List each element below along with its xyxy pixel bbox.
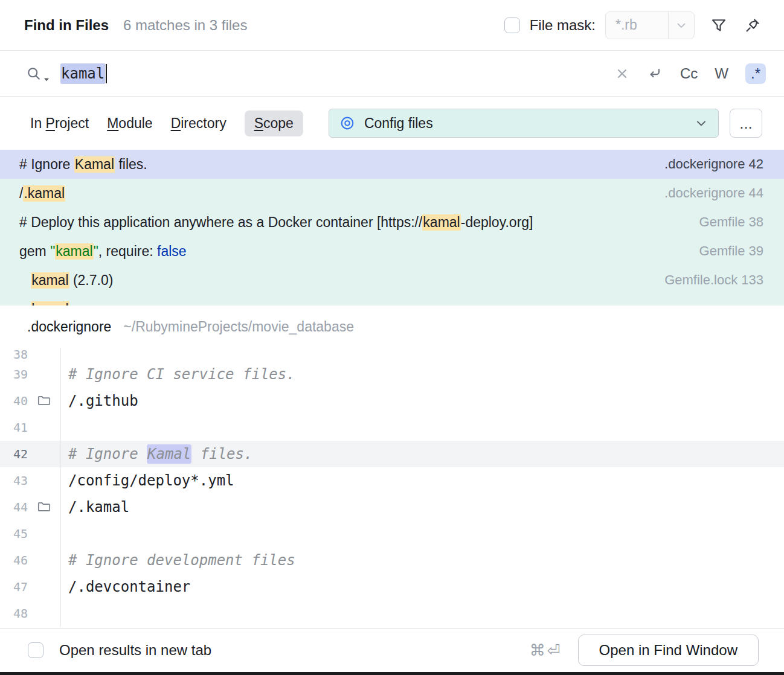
editor-line[interactable]: 39# Ignore CI service files. (0, 361, 784, 388)
scope-tab-module[interactable]: Module (107, 115, 152, 132)
line-number: 43 (0, 467, 28, 494)
search-results-list: # Ignore Kamal files..dockerignore 42/.k… (0, 150, 784, 306)
result-row[interactable]: kamal (2.7.0)Gemfile.lock 133 (0, 266, 784, 295)
code-text (60, 414, 784, 441)
scope-tab-in-project[interactable]: In Project (30, 115, 89, 132)
results-summary: 6 matches in 3 files (123, 17, 247, 34)
line-number: 40 (0, 388, 28, 414)
editor-line[interactable]: 47/.devcontainer (0, 574, 784, 600)
code-text (60, 600, 784, 627)
pin-icon[interactable] (743, 16, 762, 35)
gutter-spacer (28, 574, 60, 600)
code-text: /.github (60, 388, 784, 414)
code-text (60, 348, 784, 361)
more-options-button[interactable]: ... (730, 109, 762, 138)
result-text: /.kamal (19, 185, 652, 202)
filter-icon[interactable] (709, 16, 728, 35)
code-text: /config/deploy*.yml (60, 467, 784, 494)
result-text: # Deploy this application anywhere as a … (19, 214, 687, 231)
match-case-toggle[interactable]: Cc (680, 65, 698, 82)
line-number: 41 (0, 414, 28, 441)
gutter-spacer (28, 441, 60, 467)
find-in-files-dialog: Find in Files 6 matches in 3 files File … (0, 0, 784, 675)
line-number: 45 (0, 520, 28, 547)
line-number: 48 (0, 600, 28, 627)
dialog-footer: Open results in new tab ⌘⏎ Open in Find … (0, 628, 784, 672)
preview-file-name: .dockerignore (27, 319, 111, 335)
scope-select[interactable]: Config files (329, 109, 719, 138)
gutter-spacer (28, 414, 60, 441)
result-location: Gemfile.lock 133 (664, 272, 763, 288)
file-mask-checkbox[interactable] (504, 18, 520, 33)
result-text: # Ignore Kamal files. (19, 156, 652, 173)
open-results-label: Open results in new tab (59, 642, 211, 659)
result-row[interactable]: # Deploy this application anywhere as a … (0, 208, 784, 237)
result-row[interactable]: # Ignore Kamal files..dockerignore 42 (0, 150, 784, 179)
editor-line[interactable]: 40/.github (0, 388, 784, 414)
open-results-checkbox[interactable] (28, 642, 43, 658)
editor-line[interactable]: 46# Ignore development files (0, 547, 784, 574)
scope-value: Config files (364, 115, 433, 132)
result-location: Gemfile 39 (699, 243, 763, 259)
regex-toggle[interactable]: .* (745, 63, 766, 84)
result-location: Gemfile 38 (699, 214, 763, 230)
code-text: # Ignore development files (60, 547, 784, 574)
scope-bar: In Project Module Directory Scope Config… (0, 97, 784, 150)
line-number: 44 (0, 494, 28, 520)
preview-header: .dockerignore ~/RubymineProjects/movie_d… (0, 306, 784, 348)
editor-line[interactable]: 44/.kamal (0, 494, 784, 520)
search-bar: kamal Cc W .* (0, 51, 784, 97)
dialog-title: Find in Files (24, 17, 109, 34)
search-icon[interactable] (25, 65, 50, 82)
code-text: /.devcontainer (60, 574, 784, 600)
preview-file-path: ~/RubymineProjects/movie_database (123, 319, 354, 335)
file-mask-value: *.rb (606, 17, 668, 33)
text-caret (106, 64, 107, 83)
gutter-spacer (28, 467, 60, 494)
result-row[interactable]: gem "kamal", require: falseGemfile 39 (0, 237, 784, 266)
search-options: Cc W .* (615, 63, 766, 84)
editor-line[interactable]: 38 (0, 348, 784, 361)
gutter-spacer (28, 600, 60, 627)
gutter-spacer (28, 361, 60, 388)
line-number: 39 (0, 361, 28, 388)
result-location: .dockerignore 44 (664, 185, 763, 201)
editor-line[interactable]: 45 (0, 520, 784, 547)
editor-line[interactable]: 48 (0, 600, 784, 627)
chevron-down-icon (43, 77, 50, 82)
editor-line[interactable]: 41 (0, 414, 784, 441)
search-input[interactable]: kamal (60, 63, 615, 84)
gutter-spacer (28, 520, 60, 547)
code-text: /.kamal (60, 494, 784, 520)
line-number: 38 (0, 348, 28, 361)
open-in-find-window-button[interactable]: Open in Find Window (578, 635, 759, 666)
editor-line[interactable]: 43/config/deploy*.yml (0, 467, 784, 494)
file-mask-label: File mask: (530, 17, 596, 34)
whole-words-toggle[interactable]: W (715, 65, 728, 82)
scope-target-icon (339, 115, 356, 132)
dialog-header: Find in Files 6 matches in 3 files File … (0, 0, 784, 51)
scope-tab-directory[interactable]: Directory (171, 115, 227, 132)
code-text: # Ignore Kamal files. (60, 441, 784, 467)
result-text: kamal (2.7.0) (19, 272, 652, 289)
line-number: 42 (0, 441, 28, 467)
chevron-down-icon (669, 19, 694, 32)
result-location: .dockerignore 42 (664, 156, 763, 172)
file-mask-select[interactable]: *.rb (605, 11, 695, 39)
newline-icon[interactable] (646, 65, 663, 82)
gutter-spacer (28, 348, 60, 361)
line-number: 47 (0, 574, 28, 600)
clear-search-icon[interactable] (615, 66, 629, 81)
editor-line[interactable]: 42# Ignore Kamal files. (0, 441, 784, 467)
result-text: gem "kamal", require: false (19, 243, 687, 260)
code-text: # Ignore CI service files. (60, 361, 784, 388)
code-text (60, 520, 784, 547)
header-controls: File mask: *.rb (504, 11, 762, 39)
window-edge (0, 672, 784, 675)
scope-tab-scope[interactable]: Scope (245, 110, 303, 136)
preview-editor: 3839# Ignore CI service files.40/.github… (0, 348, 784, 627)
shortcut-hint: ⌘⏎ (530, 641, 562, 659)
result-row[interactable]: /.kamal.dockerignore 44 (0, 179, 784, 208)
result-text: kamal (19, 301, 751, 306)
result-row[interactable]: kamal (0, 295, 784, 306)
